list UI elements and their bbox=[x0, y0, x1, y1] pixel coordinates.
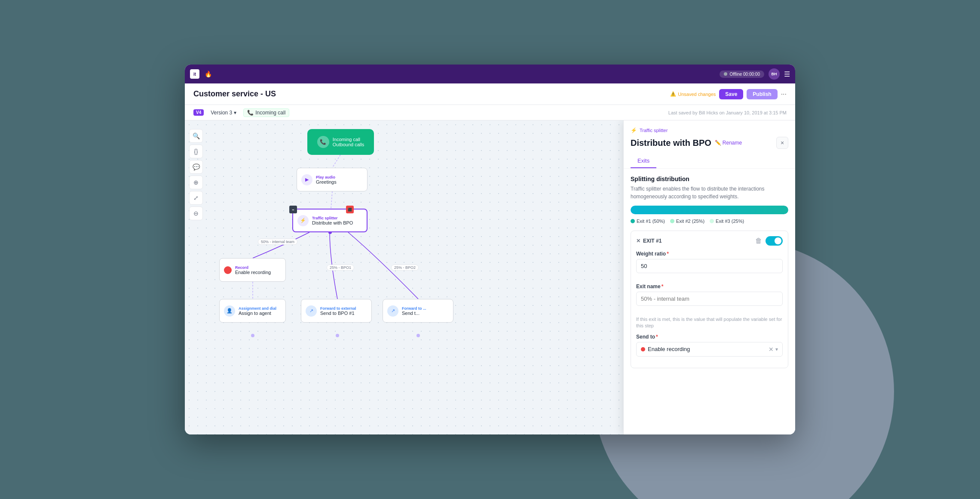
search-tool-btn[interactable]: 🔍 bbox=[189, 129, 203, 143]
toolbar-right: ⚠️ Unsaved changes Save Publish ··· bbox=[670, 89, 787, 99]
panel-title: Distribute with BPO bbox=[631, 138, 711, 148]
zoom-in-btn[interactable]: ⊕ bbox=[189, 176, 203, 189]
send-to-select[interactable]: Enable recording ✕ ▾ bbox=[636, 342, 783, 357]
toggle-knob bbox=[775, 237, 781, 244]
sub-toolbar: V4 Version 3 ▾ 📞 Incoming call Last save… bbox=[185, 105, 795, 120]
send-to-dot bbox=[641, 347, 645, 351]
panel-breadcrumb: ⚡ Traffic splitter bbox=[631, 127, 788, 133]
exit-legend-1: Exit #1 (50%) bbox=[631, 219, 665, 224]
app-window: it 🔥 Offline 00:00:00 BH ☰ Customer serv… bbox=[185, 65, 795, 434]
expand-btn[interactable]: ⤢ bbox=[189, 191, 203, 205]
save-button[interactable]: Save bbox=[719, 89, 743, 99]
required-star-weight: * bbox=[667, 251, 669, 257]
exit-card-title: ✕ EXIT #1 bbox=[636, 238, 662, 244]
svg-line-0 bbox=[332, 155, 340, 168]
nav-status-pill[interactable]: Offline 00:00:00 bbox=[720, 71, 764, 78]
send-to-value-text: Enable recording bbox=[648, 346, 690, 352]
last-saved-text: Last saved by Bill Hicks on January 10, … bbox=[668, 110, 787, 115]
exit-card-header: ✕ EXIT #1 🗑 bbox=[636, 236, 783, 246]
left-tools: 🔍 {} 💬 ⊕ ⤢ ⊖ bbox=[189, 129, 203, 220]
code-tool-btn[interactable]: {} bbox=[189, 145, 203, 158]
weight-input[interactable] bbox=[636, 259, 783, 273]
pencil-icon: ✏️ bbox=[715, 140, 721, 146]
breadcrumb-icon: ⚡ bbox=[631, 127, 637, 133]
traffic-splitter-node[interactable]: ▪▪ ⬛ ⚡ Traffic splitter Distribute with … bbox=[292, 209, 368, 232]
rename-label: Rename bbox=[723, 140, 742, 146]
exit-legend: Exit #1 (50%) Exit #2 (25%) Exit #3 (25%… bbox=[631, 219, 788, 224]
clear-send-to-icon[interactable]: ✕ bbox=[769, 346, 774, 353]
start-node-icon: 📞 bbox=[317, 136, 329, 148]
record-text: Record Enable recording bbox=[235, 265, 271, 275]
forward1-icon: ↗ bbox=[306, 305, 317, 317]
canvas-area: 🔍 {} 💬 ⊕ ⤢ ⊖ bbox=[185, 120, 795, 434]
main-toolbar: Customer service - US ⚠️ Unsaved changes… bbox=[185, 83, 795, 105]
legend-label-1: Exit #1 (50%) bbox=[637, 219, 665, 224]
exit-card-actions: 🗑 bbox=[755, 236, 783, 246]
record-node[interactable]: Record Enable recording bbox=[219, 258, 286, 282]
nav-status-text: Offline 00:00:00 bbox=[730, 72, 760, 77]
panel-title-row: Distribute with BPO ✏️ Rename × bbox=[631, 137, 788, 149]
svg-line-1 bbox=[331, 191, 332, 209]
send-to-actions: ✕ ▾ bbox=[769, 346, 778, 353]
exit-delete-button[interactable]: 🗑 bbox=[755, 237, 762, 245]
tab-exits[interactable]: Exits bbox=[631, 154, 656, 168]
exit-x-icon: ✕ bbox=[636, 238, 640, 244]
play-audio-node[interactable]: ▶ Play audio Greetings bbox=[297, 168, 368, 191]
start-node-text: Incoming call Outbound calls bbox=[333, 137, 364, 147]
version-label: Version 3 bbox=[211, 110, 232, 116]
legend-dot-2 bbox=[670, 219, 674, 223]
send-to-form-group: Send to * Enable recording ✕ ▾ bbox=[636, 334, 783, 357]
assign-node[interactable]: 👤 Assignment and dial Assign to agent bbox=[219, 299, 286, 323]
start-node[interactable]: 📞 Incoming call Outbound calls bbox=[307, 129, 374, 155]
legend-label-2: Exit #2 (25%) bbox=[676, 219, 704, 224]
top-nav: it 🔥 Offline 00:00:00 BH ☰ bbox=[185, 65, 795, 83]
send-to-value: Enable recording bbox=[641, 346, 690, 352]
version-selector[interactable]: Version 3 ▾ bbox=[211, 110, 236, 116]
node-badge-red: ⬛ bbox=[346, 206, 354, 213]
forward2-icon: ↗ bbox=[387, 305, 398, 317]
chat-tool-btn[interactable]: 💬 bbox=[189, 160, 203, 174]
breadcrumb-text: Traffic splitter bbox=[640, 128, 668, 133]
incoming-call-label: Incoming call bbox=[255, 110, 285, 116]
warning-icon: ⚠️ bbox=[670, 91, 676, 97]
version-badge: V4 bbox=[193, 109, 204, 116]
panel-close-button[interactable]: × bbox=[776, 137, 788, 149]
flow-container: 📞 Incoming call Outbound calls ▶ Play au… bbox=[206, 125, 529, 404]
svg-point-4 bbox=[251, 334, 254, 337]
nav-hamburger-icon[interactable]: ☰ bbox=[784, 70, 790, 78]
exit-card-title-text: EXIT #1 bbox=[643, 238, 662, 244]
svg-point-5 bbox=[336, 334, 339, 337]
weight-label: Weight ratio * bbox=[636, 251, 783, 257]
progress-bar bbox=[631, 206, 788, 214]
unsaved-text: Unsaved changes bbox=[678, 92, 716, 97]
required-star-send: * bbox=[656, 334, 658, 340]
title-group: Distribute with BPO ✏️ Rename bbox=[631, 138, 742, 148]
legend-label-3: Exit #3 (25%) bbox=[716, 219, 744, 224]
rename-button[interactable]: ✏️ Rename bbox=[715, 140, 742, 146]
edge-label-25-1: 25% - BPO1 bbox=[327, 265, 354, 271]
exit-legend-2: Exit #2 (25%) bbox=[670, 219, 704, 224]
record-icon bbox=[224, 266, 232, 274]
assign-icon: 👤 bbox=[224, 305, 235, 317]
zoom-out-btn[interactable]: ⊖ bbox=[189, 206, 203, 220]
progress-bar-fill bbox=[631, 206, 788, 214]
exit-toggle[interactable] bbox=[766, 236, 783, 246]
node-badge-db: ▪▪ bbox=[289, 206, 297, 213]
assign-text: Assignment and dial Assign to agent bbox=[239, 306, 276, 316]
play-audio-text: Play audio Greetings bbox=[316, 175, 337, 185]
exit-name-label: Exit name * bbox=[636, 283, 783, 290]
publish-button[interactable]: Publish bbox=[747, 89, 777, 99]
exit-name-input[interactable] bbox=[636, 292, 783, 306]
forward2-text: Forward to ... Send t... bbox=[402, 306, 426, 316]
unsaved-badge: ⚠️ Unsaved changes bbox=[670, 91, 716, 97]
more-options-button[interactable]: ··· bbox=[781, 90, 787, 98]
panel-header: ⚡ Traffic splitter Distribute with BPO ✏… bbox=[624, 120, 795, 169]
exit-card: ✕ EXIT #1 🗑 Weight ratio bbox=[631, 231, 788, 368]
edge-label-25-2: 25% - BPO2 bbox=[391, 265, 419, 271]
chevron-down-icon: ▾ bbox=[234, 110, 236, 116]
forward1-node[interactable]: ↗ Forward to external Send to BPO #1 bbox=[301, 299, 372, 323]
incoming-call-tag: 📞 Incoming call bbox=[243, 108, 289, 117]
traffic-icon: ⚡ bbox=[297, 215, 309, 226]
forward2-node[interactable]: ↗ Forward to ... Send t... bbox=[383, 299, 453, 323]
splitting-title: Splitting distribution bbox=[631, 176, 788, 182]
